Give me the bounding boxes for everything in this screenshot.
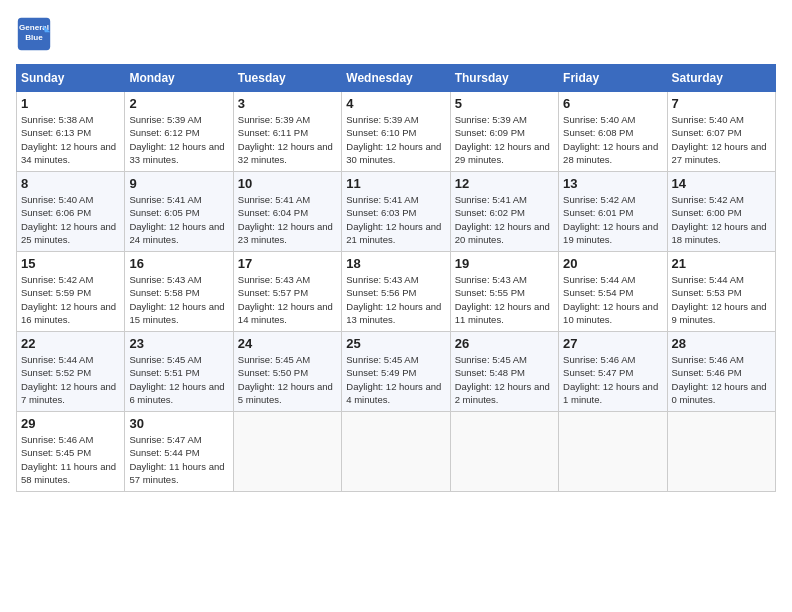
calendar-day-cell: 2 Sunrise: 5:39 AMSunset: 6:12 PMDayligh… bbox=[125, 92, 233, 172]
day-number: 21 bbox=[672, 256, 771, 271]
calendar-day-cell: 17 Sunrise: 5:43 AMSunset: 5:57 PMDaylig… bbox=[233, 252, 341, 332]
day-number: 17 bbox=[238, 256, 337, 271]
calendar-day-cell: 21 Sunrise: 5:44 AMSunset: 5:53 PMDaylig… bbox=[667, 252, 775, 332]
day-number: 14 bbox=[672, 176, 771, 191]
day-number: 12 bbox=[455, 176, 554, 191]
svg-text:Blue: Blue bbox=[25, 33, 43, 42]
calendar-day-cell: 30 Sunrise: 5:47 AMSunset: 5:44 PMDaylig… bbox=[125, 412, 233, 492]
day-number: 27 bbox=[563, 336, 662, 351]
calendar-day-cell bbox=[667, 412, 775, 492]
day-detail: Sunrise: 5:45 AMSunset: 5:48 PMDaylight:… bbox=[455, 354, 550, 405]
day-number: 10 bbox=[238, 176, 337, 191]
day-detail: Sunrise: 5:41 AMSunset: 6:04 PMDaylight:… bbox=[238, 194, 333, 245]
day-detail: Sunrise: 5:43 AMSunset: 5:56 PMDaylight:… bbox=[346, 274, 441, 325]
day-detail: Sunrise: 5:42 AMSunset: 6:00 PMDaylight:… bbox=[672, 194, 767, 245]
day-detail: Sunrise: 5:44 AMSunset: 5:53 PMDaylight:… bbox=[672, 274, 767, 325]
calendar-week-row: 22 Sunrise: 5:44 AMSunset: 5:52 PMDaylig… bbox=[17, 332, 776, 412]
day-number: 5 bbox=[455, 96, 554, 111]
day-detail: Sunrise: 5:44 AMSunset: 5:52 PMDaylight:… bbox=[21, 354, 116, 405]
day-number: 30 bbox=[129, 416, 228, 431]
calendar-day-cell: 6 Sunrise: 5:40 AMSunset: 6:08 PMDayligh… bbox=[559, 92, 667, 172]
day-number: 7 bbox=[672, 96, 771, 111]
weekday-header-cell: Friday bbox=[559, 65, 667, 92]
day-number: 22 bbox=[21, 336, 120, 351]
day-detail: Sunrise: 5:43 AMSunset: 5:55 PMDaylight:… bbox=[455, 274, 550, 325]
day-number: 20 bbox=[563, 256, 662, 271]
calendar-day-cell: 1 Sunrise: 5:38 AMSunset: 6:13 PMDayligh… bbox=[17, 92, 125, 172]
calendar-day-cell: 29 Sunrise: 5:46 AMSunset: 5:45 PMDaylig… bbox=[17, 412, 125, 492]
day-number: 3 bbox=[238, 96, 337, 111]
calendar-day-cell: 13 Sunrise: 5:42 AMSunset: 6:01 PMDaylig… bbox=[559, 172, 667, 252]
calendar-day-cell bbox=[342, 412, 450, 492]
weekday-header-cell: Wednesday bbox=[342, 65, 450, 92]
calendar-day-cell: 26 Sunrise: 5:45 AMSunset: 5:48 PMDaylig… bbox=[450, 332, 558, 412]
calendar-day-cell bbox=[233, 412, 341, 492]
day-number: 29 bbox=[21, 416, 120, 431]
calendar-day-cell: 24 Sunrise: 5:45 AMSunset: 5:50 PMDaylig… bbox=[233, 332, 341, 412]
day-detail: Sunrise: 5:41 AMSunset: 6:02 PMDaylight:… bbox=[455, 194, 550, 245]
calendar-day-cell: 10 Sunrise: 5:41 AMSunset: 6:04 PMDaylig… bbox=[233, 172, 341, 252]
day-detail: Sunrise: 5:44 AMSunset: 5:54 PMDaylight:… bbox=[563, 274, 658, 325]
calendar-day-cell: 3 Sunrise: 5:39 AMSunset: 6:11 PMDayligh… bbox=[233, 92, 341, 172]
day-number: 18 bbox=[346, 256, 445, 271]
day-number: 9 bbox=[129, 176, 228, 191]
day-number: 23 bbox=[129, 336, 228, 351]
weekday-header-cell: Thursday bbox=[450, 65, 558, 92]
day-detail: Sunrise: 5:43 AMSunset: 5:58 PMDaylight:… bbox=[129, 274, 224, 325]
day-detail: Sunrise: 5:40 AMSunset: 6:08 PMDaylight:… bbox=[563, 114, 658, 165]
day-detail: Sunrise: 5:45 AMSunset: 5:50 PMDaylight:… bbox=[238, 354, 333, 405]
calendar-day-cell: 5 Sunrise: 5:39 AMSunset: 6:09 PMDayligh… bbox=[450, 92, 558, 172]
calendar-day-cell: 28 Sunrise: 5:46 AMSunset: 5:46 PMDaylig… bbox=[667, 332, 775, 412]
day-detail: Sunrise: 5:39 AMSunset: 6:10 PMDaylight:… bbox=[346, 114, 441, 165]
day-number: 19 bbox=[455, 256, 554, 271]
day-number: 8 bbox=[21, 176, 120, 191]
day-number: 28 bbox=[672, 336, 771, 351]
calendar-day-cell bbox=[559, 412, 667, 492]
calendar-week-row: 1 Sunrise: 5:38 AMSunset: 6:13 PMDayligh… bbox=[17, 92, 776, 172]
calendar-day-cell: 9 Sunrise: 5:41 AMSunset: 6:05 PMDayligh… bbox=[125, 172, 233, 252]
day-number: 13 bbox=[563, 176, 662, 191]
weekday-header-cell: Tuesday bbox=[233, 65, 341, 92]
calendar-day-cell bbox=[450, 412, 558, 492]
day-number: 6 bbox=[563, 96, 662, 111]
calendar-day-cell: 11 Sunrise: 5:41 AMSunset: 6:03 PMDaylig… bbox=[342, 172, 450, 252]
calendar-day-cell: 18 Sunrise: 5:43 AMSunset: 5:56 PMDaylig… bbox=[342, 252, 450, 332]
day-number: 25 bbox=[346, 336, 445, 351]
day-detail: Sunrise: 5:40 AMSunset: 6:06 PMDaylight:… bbox=[21, 194, 116, 245]
day-number: 1 bbox=[21, 96, 120, 111]
calendar-day-cell: 15 Sunrise: 5:42 AMSunset: 5:59 PMDaylig… bbox=[17, 252, 125, 332]
day-detail: Sunrise: 5:46 AMSunset: 5:46 PMDaylight:… bbox=[672, 354, 767, 405]
page-header: General Blue bbox=[16, 16, 776, 52]
calendar-day-cell: 23 Sunrise: 5:45 AMSunset: 5:51 PMDaylig… bbox=[125, 332, 233, 412]
weekday-header-cell: Sunday bbox=[17, 65, 125, 92]
day-number: 15 bbox=[21, 256, 120, 271]
calendar-day-cell: 4 Sunrise: 5:39 AMSunset: 6:10 PMDayligh… bbox=[342, 92, 450, 172]
day-detail: Sunrise: 5:43 AMSunset: 5:57 PMDaylight:… bbox=[238, 274, 333, 325]
weekday-header-row: SundayMondayTuesdayWednesdayThursdayFrid… bbox=[17, 65, 776, 92]
logo-icon: General Blue bbox=[16, 16, 52, 52]
day-detail: Sunrise: 5:39 AMSunset: 6:09 PMDaylight:… bbox=[455, 114, 550, 165]
calendar-day-cell: 20 Sunrise: 5:44 AMSunset: 5:54 PMDaylig… bbox=[559, 252, 667, 332]
calendar-day-cell: 27 Sunrise: 5:46 AMSunset: 5:47 PMDaylig… bbox=[559, 332, 667, 412]
day-detail: Sunrise: 5:39 AMSunset: 6:12 PMDaylight:… bbox=[129, 114, 224, 165]
day-detail: Sunrise: 5:46 AMSunset: 5:47 PMDaylight:… bbox=[563, 354, 658, 405]
logo: General Blue bbox=[16, 16, 56, 52]
day-detail: Sunrise: 5:45 AMSunset: 5:51 PMDaylight:… bbox=[129, 354, 224, 405]
day-detail: Sunrise: 5:41 AMSunset: 6:03 PMDaylight:… bbox=[346, 194, 441, 245]
day-number: 4 bbox=[346, 96, 445, 111]
calendar-week-row: 29 Sunrise: 5:46 AMSunset: 5:45 PMDaylig… bbox=[17, 412, 776, 492]
day-number: 24 bbox=[238, 336, 337, 351]
calendar-day-cell: 14 Sunrise: 5:42 AMSunset: 6:00 PMDaylig… bbox=[667, 172, 775, 252]
calendar-day-cell: 12 Sunrise: 5:41 AMSunset: 6:02 PMDaylig… bbox=[450, 172, 558, 252]
day-detail: Sunrise: 5:46 AMSunset: 5:45 PMDaylight:… bbox=[21, 434, 116, 485]
day-detail: Sunrise: 5:38 AMSunset: 6:13 PMDaylight:… bbox=[21, 114, 116, 165]
day-detail: Sunrise: 5:42 AMSunset: 6:01 PMDaylight:… bbox=[563, 194, 658, 245]
calendar-day-cell: 16 Sunrise: 5:43 AMSunset: 5:58 PMDaylig… bbox=[125, 252, 233, 332]
day-number: 11 bbox=[346, 176, 445, 191]
day-detail: Sunrise: 5:41 AMSunset: 6:05 PMDaylight:… bbox=[129, 194, 224, 245]
calendar-day-cell: 19 Sunrise: 5:43 AMSunset: 5:55 PMDaylig… bbox=[450, 252, 558, 332]
calendar-table: SundayMondayTuesdayWednesdayThursdayFrid… bbox=[16, 64, 776, 492]
calendar-day-cell: 7 Sunrise: 5:40 AMSunset: 6:07 PMDayligh… bbox=[667, 92, 775, 172]
day-number: 16 bbox=[129, 256, 228, 271]
calendar-day-cell: 8 Sunrise: 5:40 AMSunset: 6:06 PMDayligh… bbox=[17, 172, 125, 252]
